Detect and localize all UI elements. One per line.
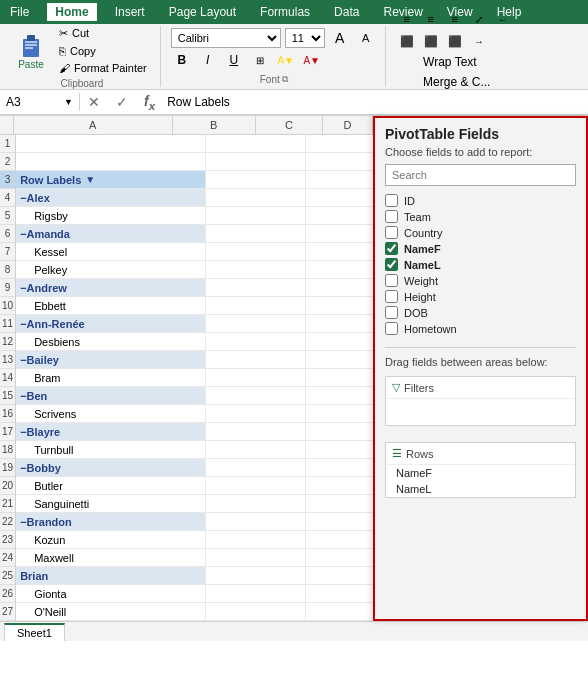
cell-b14[interactable] (206, 369, 306, 386)
cell-a25[interactable]: Brian (16, 567, 206, 584)
italic-button[interactable]: I (197, 50, 219, 70)
cell-ref-dropdown-icon[interactable]: ▼ (64, 97, 73, 107)
cell-a2[interactable] (16, 153, 206, 170)
row-number-2[interactable]: 2 (0, 153, 15, 171)
cell-a13[interactable]: −Bailey (16, 351, 206, 368)
cancel-formula-icon[interactable]: ✕ (80, 94, 108, 110)
pivot-field-checkbox-hometown[interactable] (385, 322, 398, 335)
cell-b24[interactable] (206, 549, 306, 566)
sheet-tab-sheet1[interactable]: Sheet1 (4, 623, 65, 641)
row-number-24[interactable]: 24 (0, 549, 15, 567)
underline-button[interactable]: U (223, 50, 245, 70)
cell-c12[interactable] (306, 333, 373, 350)
cell-b10[interactable] (206, 297, 306, 314)
cell-b27[interactable] (206, 603, 306, 620)
pivot-field-checkbox-dob[interactable] (385, 306, 398, 319)
cell-b16[interactable] (206, 405, 306, 422)
row-number-18[interactable]: 18 (0, 441, 15, 459)
cell-c8[interactable] (306, 261, 373, 278)
border-button[interactable]: ⊞ (249, 50, 271, 70)
cell-a1[interactable] (16, 135, 206, 152)
cell-b12[interactable] (206, 333, 306, 350)
cell-a14[interactable]: Bram (16, 369, 206, 386)
cell-a19[interactable]: −Bobby (16, 459, 206, 476)
col-header-b[interactable]: B (173, 116, 257, 134)
row-number-26[interactable]: 26 (0, 585, 15, 603)
cell-a27[interactable]: O'Neill (16, 603, 206, 620)
col-header-c[interactable]: C (256, 116, 323, 134)
cell-b17[interactable] (206, 423, 306, 440)
col-header-a[interactable]: A (14, 116, 173, 134)
col-header-d[interactable]: D (323, 116, 373, 134)
row-number-12[interactable]: 12 (0, 333, 15, 351)
align-top-center-button[interactable]: ≡ (420, 9, 442, 29)
decrease-font-button[interactable]: A (355, 28, 377, 48)
format-painter-button[interactable]: 🖌 Format Painter (54, 60, 152, 76)
cell-b8[interactable] (206, 261, 306, 278)
cell-c10[interactable] (306, 297, 373, 314)
cell-b21[interactable] (206, 495, 306, 512)
confirm-formula-icon[interactable]: ✓ (108, 94, 136, 110)
cell-a24[interactable]: Maxwell (16, 549, 206, 566)
row-number-1[interactable]: 1 (0, 135, 15, 153)
row-number-20[interactable]: 20 (0, 477, 15, 495)
cell-b26[interactable] (206, 585, 306, 602)
font-size-select[interactable]: 11 (285, 28, 325, 48)
cell-c20[interactable] (306, 477, 373, 494)
cell-b11[interactable] (206, 315, 306, 332)
cell-c17[interactable] (306, 423, 373, 440)
cell-b15[interactable] (206, 387, 306, 404)
cell-c18[interactable] (306, 441, 373, 458)
cell-b6[interactable] (206, 225, 306, 242)
cell-b1[interactable] (206, 135, 306, 152)
menu-page-layout[interactable]: Page Layout (163, 3, 242, 21)
cell-a10[interactable]: Ebbett (16, 297, 206, 314)
row-number-22[interactable]: 22 (0, 513, 15, 531)
paste-button[interactable]: Paste (12, 26, 50, 75)
cell-a7[interactable]: Kessel (16, 243, 206, 260)
cell-a26[interactable]: Gionta (16, 585, 206, 602)
cell-c7[interactable] (306, 243, 373, 260)
cell-c14[interactable] (306, 369, 373, 386)
cell-c2[interactable] (306, 153, 373, 170)
cell-c1[interactable] (306, 135, 373, 152)
pivot-row-item-namel[interactable]: NameL (386, 481, 575, 497)
cell-a23[interactable]: Kozun (16, 531, 206, 548)
cell-b20[interactable] (206, 477, 306, 494)
row-number-21[interactable]: 21 (0, 495, 15, 513)
cell-c26[interactable] (306, 585, 373, 602)
cell-a3[interactable]: Row Labels▼ (16, 171, 206, 188)
row-labels-dropdown-icon[interactable]: ▼ (85, 174, 95, 185)
indent-button[interactable]: ← (492, 9, 514, 29)
cell-b23[interactable] (206, 531, 306, 548)
pivot-field-checkbox-height[interactable] (385, 290, 398, 303)
pivot-field-checkbox-id[interactable] (385, 194, 398, 207)
row-number-14[interactable]: 14 (0, 369, 15, 387)
cell-b4[interactable] (206, 189, 306, 206)
row-number-8[interactable]: 8 (0, 261, 15, 279)
row-number-15[interactable]: 15 (0, 387, 15, 405)
cell-c27[interactable] (306, 603, 373, 620)
cell-c22[interactable] (306, 513, 373, 530)
cell-a18[interactable]: Turnbull (16, 441, 206, 458)
font-color-button[interactable]: A▼ (301, 50, 323, 70)
cell-c6[interactable] (306, 225, 373, 242)
cell-c15[interactable] (306, 387, 373, 404)
cell-b13[interactable] (206, 351, 306, 368)
align-top-right-button[interactable]: ≡ (444, 9, 466, 29)
row-number-9[interactable]: 9 (0, 279, 15, 297)
cell-b22[interactable] (206, 513, 306, 530)
cell-c11[interactable] (306, 315, 373, 332)
cell-a20[interactable]: Butler (16, 477, 206, 494)
cell-a9[interactable]: −Andrew (16, 279, 206, 296)
copy-button[interactable]: ⎘ Copy (54, 43, 152, 59)
align-top-left-button[interactable]: ≡ (396, 9, 418, 29)
cell-c5[interactable] (306, 207, 373, 224)
row-number-17[interactable]: 17 (0, 423, 15, 441)
cell-b18[interactable] (206, 441, 306, 458)
cell-c25[interactable] (306, 567, 373, 584)
cell-c4[interactable] (306, 189, 373, 206)
pivot-field-checkbox-team[interactable] (385, 210, 398, 223)
merge-center-button[interactable]: Merge & C... (418, 73, 495, 91)
row-number-25[interactable]: 25 (0, 567, 15, 585)
